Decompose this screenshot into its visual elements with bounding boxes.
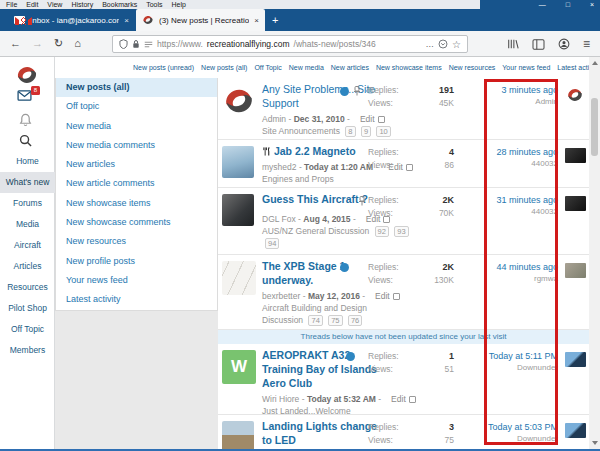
- submenu-new-posts-all[interactable]: New posts (all): [56, 78, 217, 97]
- sidebar-item-home[interactable]: Home: [0, 151, 55, 172]
- page-pill[interactable]: 9: [361, 126, 371, 137]
- thread-author[interactable]: Admin: [262, 114, 286, 124]
- last-post-time[interactable]: Today at 5:03 PM: [462, 422, 558, 432]
- menu-help[interactable]: Help: [172, 1, 186, 8]
- submenu-new-showcase-comments[interactable]: New showcase comments: [56, 213, 217, 232]
- thread-title[interactable]: Landing Lights change to LED: [262, 420, 380, 448]
- new-tab-button[interactable]: +: [272, 12, 278, 28]
- edit-link[interactable]: Edit: [391, 394, 406, 404]
- hamburger-menu-icon[interactable]: ≡: [583, 37, 590, 51]
- scrollbar-down-arrow-icon[interactable]: [592, 441, 598, 445]
- last-poster-avatar[interactable]: [565, 148, 586, 163]
- nav-new-media[interactable]: New media: [289, 64, 324, 71]
- pocket-icon[interactable]: [438, 39, 448, 49]
- page-pill[interactable]: 75: [328, 315, 342, 326]
- library-icon[interactable]: [507, 38, 519, 50]
- submenu-new-articles[interactable]: New articles: [56, 155, 217, 174]
- page-pill[interactable]: 93: [394, 226, 408, 237]
- sidebar-item-off-topic[interactable]: Off Topic: [0, 319, 55, 340]
- thread-avatar-photo[interactable]: [222, 194, 254, 226]
- menu-edit[interactable]: Edit: [26, 1, 38, 8]
- close-button[interactable]: ×: [590, 0, 594, 9]
- site-logo-swirl-icon[interactable]: [13, 63, 41, 87]
- sidebar-item-aircraft[interactable]: Aircraft: [0, 235, 55, 256]
- nav-new-articles[interactable]: New articles: [331, 64, 369, 71]
- last-post-user[interactable]: 440032: [462, 207, 558, 216]
- sidebar-toggle-icon[interactable]: [532, 39, 545, 50]
- lock-icon[interactable]: [132, 39, 140, 49]
- inbox-envelope-icon[interactable]: [17, 90, 32, 101]
- menu-view[interactable]: View: [47, 1, 62, 8]
- back-button[interactable]: ←: [10, 37, 21, 50]
- thread-forum[interactable]: AUS/NZ General Discussion: [262, 226, 369, 236]
- thread-avatar-letter[interactable]: W: [222, 350, 256, 384]
- home-button[interactable]: ⌂: [74, 37, 81, 50]
- menu-history[interactable]: History: [71, 1, 93, 8]
- last-post-time[interactable]: 44 minutes ago: [462, 262, 558, 272]
- last-poster-avatar[interactable]: [565, 86, 585, 104]
- url-bar[interactable]: https://www.recreationalflying.com/whats…: [112, 35, 468, 53]
- last-post-user[interactable]: Downunder: [462, 434, 558, 443]
- page-pill[interactable]: 8: [345, 126, 355, 137]
- sidebar-item-resources[interactable]: Resources: [0, 277, 55, 298]
- thread-author[interactable]: bexrbetter: [262, 291, 300, 301]
- tab-new-posts[interactable]: (3) New posts | Recreational Fly ×: [136, 9, 265, 31]
- page-pill[interactable]: 76: [348, 315, 362, 326]
- bookmark-star-icon[interactable]: ☆: [452, 39, 461, 50]
- thread-avatar-photo[interactable]: [222, 421, 254, 449]
- submenu-your-news-feed[interactable]: Your news feed: [56, 271, 217, 290]
- thread-title[interactable]: AEROPRAKT A32 Training Bay of Islands Ae…: [262, 349, 384, 391]
- thread-avatar[interactable]: [222, 84, 256, 118]
- last-post-time[interactable]: 3 minutes ago: [462, 85, 558, 95]
- page-scrollbar[interactable]: [589, 57, 600, 449]
- submenu-new-media[interactable]: New media: [56, 117, 217, 136]
- search-icon[interactable]: [19, 134, 32, 147]
- last-poster-avatar[interactable]: [565, 423, 586, 438]
- submenu-new-article-comments[interactable]: New article comments: [56, 174, 217, 193]
- page-pill[interactable]: 74: [308, 315, 322, 326]
- sidebar-item-articles[interactable]: Articles: [0, 256, 55, 277]
- menu-file[interactable]: File: [6, 1, 17, 8]
- page-pill[interactable]: 94: [265, 238, 279, 249]
- thread-title[interactable]: The XPB Stage 1 underway.: [262, 260, 380, 288]
- page-actions-icon[interactable]: …: [426, 39, 435, 49]
- maximize-button[interactable]: □: [566, 0, 570, 9]
- last-post-time[interactable]: Today at 5:11 PM: [462, 351, 558, 361]
- tab-close-icon[interactable]: ×: [124, 16, 129, 25]
- minimize-button[interactable]: —: [539, 0, 546, 9]
- thread-avatar-sketch[interactable]: [222, 261, 256, 295]
- menu-tools[interactable]: Tools: [146, 1, 162, 8]
- thread-checkbox[interactable]: [409, 396, 416, 403]
- menu-bookmarks[interactable]: Bookmarks: [102, 1, 137, 8]
- thread-checkbox[interactable]: [378, 116, 385, 123]
- submenu-new-media-comments[interactable]: New media comments: [56, 136, 217, 155]
- thread-author[interactable]: Wiri Hiore: [262, 394, 299, 404]
- last-post-user[interactable]: Admin: [462, 97, 558, 106]
- thread-avatar-photo[interactable]: [222, 146, 254, 178]
- sidebar-item-forums[interactable]: Forums: [0, 193, 55, 214]
- sidebar-item-pilot-shop[interactable]: Pilot Shop: [0, 298, 55, 319]
- last-post-time[interactable]: 28 minutes ago: [462, 147, 558, 157]
- scrollbar-up-arrow-icon[interactable]: [592, 61, 598, 65]
- last-poster-avatar[interactable]: [565, 263, 586, 278]
- edit-link[interactable]: Edit: [375, 291, 390, 301]
- last-post-user[interactable]: 440032: [462, 159, 558, 168]
- tab-close-icon[interactable]: ×: [254, 16, 259, 25]
- site-permissions-icon[interactable]: [144, 40, 153, 49]
- nav-off-topic[interactable]: Off Topic: [254, 64, 281, 71]
- thread-forum[interactable]: Engines and Props: [262, 174, 334, 184]
- edit-link[interactable]: Edit: [360, 114, 375, 124]
- page-pill[interactable]: 10: [376, 126, 390, 137]
- last-post-user[interactable]: Downunder: [462, 363, 558, 372]
- thread-checkbox[interactable]: [393, 293, 400, 300]
- tracking-protection-shield-icon[interactable]: [119, 39, 128, 49]
- nav-new-showcase-items[interactable]: New showcase items: [376, 64, 442, 71]
- submenu-new-showcase-items[interactable]: New showcase items: [56, 194, 217, 213]
- tab-inbox[interactable]: Inbox - ian@jackaroo.com.au ×: [8, 9, 135, 31]
- alerts-bell-icon[interactable]: [19, 113, 32, 127]
- last-poster-avatar[interactable]: [565, 196, 586, 211]
- nav-new-posts-unread[interactable]: New posts (unread): [133, 64, 194, 71]
- sidebar-item-members[interactable]: Members: [0, 340, 55, 361]
- page-pill[interactable]: 92: [375, 226, 389, 237]
- nav-latest-activity[interactable]: Latest activity: [557, 64, 589, 71]
